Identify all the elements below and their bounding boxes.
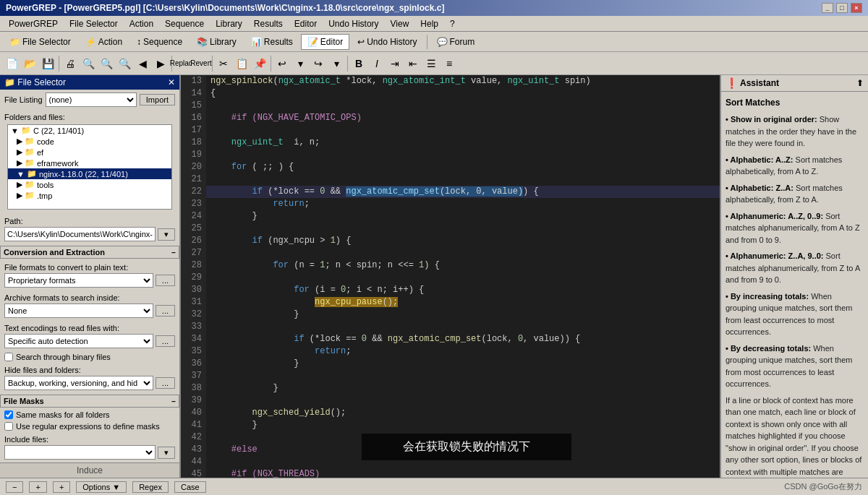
expand-icon: ▼ (17, 170, 25, 178)
zoom-in-button[interactable]: 🔍 (116, 55, 133, 72)
file-tree[interactable]: ▼ 📁 C (22, 11/401) ▶ 📁 code ▶ 📁 ef ▶ 📁 (7, 124, 172, 210)
use-regex-row: Use regular expressions to define masks (0, 421, 179, 432)
tree-item-nginx[interactable]: ▼ 📁 nginx-1.18.0 (22, 11/401) (8, 168, 171, 179)
zoom-out-button[interactable]: 🔍 (98, 55, 115, 72)
tree-item-eframework[interactable]: ▶ 📁 eframework (8, 158, 171, 168)
list-button[interactable]: ☰ (422, 55, 440, 72)
navigate-back-button[interactable]: ◀ (134, 55, 151, 72)
navigate-forward-button[interactable]: ▶ (152, 55, 169, 72)
zoom-plus-button2[interactable]: + (53, 481, 70, 493)
text-encodings-select[interactable]: Specific auto detection (4, 334, 153, 348)
tab-forum-label: Forum (450, 37, 475, 47)
tab-action[interactable]: ⚡ Action (79, 34, 129, 50)
tree-item-tmp[interactable]: ▶ 📁 .tmp (8, 190, 171, 201)
copy-button[interactable]: 📋 (233, 55, 250, 72)
cut-button[interactable]: ✂ (215, 55, 232, 72)
main-area: 📁 File Selector ✕ File Listing (none) Im… (0, 75, 868, 478)
tab-file-selector[interactable]: 📁 File Selector (3, 34, 77, 50)
path-input[interactable] (4, 227, 156, 241)
minimize-button[interactable]: _ (822, 3, 833, 13)
include-files-select[interactable] (4, 445, 156, 460)
file-formats-section: File formats to convert to plain text: P… (0, 260, 179, 290)
tab-library[interactable]: 📚 Library (190, 34, 243, 50)
tab-undo-history[interactable]: ↩ Undo History (351, 34, 423, 50)
sort-item-alphanum-za: • Alphanumeric: Z..A, 9..0: Sort matches… (726, 250, 864, 286)
print-preview-button[interactable]: 🔍 (80, 55, 97, 72)
same-masks-checkbox[interactable] (4, 410, 13, 419)
redo-dropdown-button[interactable]: ▾ (328, 55, 345, 72)
import-button[interactable]: Import (140, 94, 175, 106)
new-button[interactable]: 📄 (3, 55, 20, 72)
tab-forum[interactable]: 💬 Forum (430, 34, 482, 50)
path-dropdown-button[interactable]: ▾ (158, 228, 175, 241)
toolbar1: 📁 File Selector ⚡ Action ↕ Sequence 📚 Li… (0, 32, 868, 52)
tab-results[interactable]: 📊 Results (244, 34, 299, 50)
redo-button[interactable]: ↪ (310, 55, 327, 72)
tree-item-code[interactable]: ▶ 📁 code (8, 136, 171, 147)
menu-file-selector[interactable]: File Selector (64, 17, 124, 30)
bold-button[interactable]: B (350, 55, 367, 72)
window-controls[interactable]: _ □ × (822, 3, 862, 13)
search-binary-checkbox[interactable] (4, 353, 13, 361)
close-button[interactable]: × (851, 3, 862, 13)
undo-button[interactable]: ↩ (273, 55, 291, 72)
save-button[interactable]: 💾 (39, 55, 56, 72)
tree-item-ef[interactable]: ▶ 📁 ef (8, 147, 171, 158)
tree-item-c[interactable]: ▼ 📁 C (22, 11/401) (8, 125, 171, 136)
tab-sequence[interactable]: ↕ Sequence (130, 34, 189, 50)
menu-sequence[interactable]: Sequence (159, 17, 210, 30)
indent-button[interactable]: ⇥ (386, 55, 404, 72)
zoom-plus-button1[interactable]: + (29, 481, 46, 493)
menu-undo-history[interactable]: Undo History (323, 17, 384, 30)
outdent-button[interactable]: ⇤ (404, 55, 422, 72)
code-line-19: 19 (181, 149, 720, 161)
text-encodings-more-button[interactable]: ... (156, 335, 175, 347)
case-button[interactable]: Case (174, 481, 206, 493)
assistant-expand-icon[interactable]: ⬆ (856, 78, 864, 88)
hide-files-select[interactable]: Backup, working, versioning, and hid (4, 376, 153, 390)
menu-library[interactable]: Library (210, 17, 248, 30)
forum-icon: 💬 (437, 37, 448, 47)
menu-results[interactable]: Results (248, 17, 289, 30)
menu-action[interactable]: Action (124, 17, 159, 30)
file-masks-collapse-button[interactable]: − (171, 397, 176, 405)
menu-powegrep[interactable]: PowerGREP (3, 17, 64, 30)
code-line-35: 35 return; (181, 345, 720, 358)
same-masks-row: Same masks for all folders (0, 409, 179, 421)
menu-editor[interactable]: Editor (289, 17, 323, 30)
revert-button[interactable]: Revert (192, 55, 210, 72)
code-line-32: 32 } (181, 309, 720, 321)
hide-files-more-button[interactable]: ... (156, 377, 175, 389)
code-line-22: 22 if (*lock == 0 && ngx_atomic_cmp_set(… (181, 186, 720, 198)
regex-button[interactable]: Regex (132, 481, 169, 493)
zoom-minus-button[interactable]: − (6, 481, 23, 493)
menu-view[interactable]: View (385, 17, 415, 30)
include-files-section: Include files: ▾ (0, 432, 179, 462)
archive-formats-select[interactable]: None (4, 304, 153, 318)
code-area[interactable]: 13 ngx_spinlock(ngx_atomic_t *lock, ngx_… (181, 75, 720, 478)
numbered-list-button[interactable]: ≡ (441, 55, 458, 72)
tree-item-tools[interactable]: ▶ 📁 tools (8, 179, 171, 190)
conversion-collapse-button[interactable]: − (171, 249, 176, 257)
folders-label: Folders and files: (4, 113, 175, 121)
open-button[interactable]: 📂 (21, 55, 38, 72)
italic-button[interactable]: I (368, 55, 386, 72)
undo-dropdown-button[interactable]: ▾ (292, 55, 309, 72)
sequence-icon: ↕ (137, 37, 141, 47)
print-button[interactable]: 🖨 (61, 55, 79, 72)
include-files-dropdown[interactable]: ▾ (158, 447, 175, 459)
tab-editor[interactable]: 📝 Editor (301, 34, 349, 50)
maximize-button[interactable]: □ (836, 3, 848, 13)
file-formats-select[interactable]: Proprietary formats (4, 273, 153, 288)
use-regex-checkbox[interactable] (4, 422, 13, 431)
search-binary-label: Search through binary files (16, 353, 111, 361)
options-button[interactable]: Options ▼ (76, 481, 127, 493)
file-formats-more-button[interactable]: ... (156, 275, 175, 286)
paste-button[interactable]: 📌 (251, 55, 268, 72)
archive-formats-more-button[interactable]: ... (156, 305, 175, 317)
file-listing-select[interactable]: (none) (46, 92, 137, 107)
replace-button[interactable]: Replace (174, 55, 192, 72)
menu-question[interactable]: ? (444, 17, 461, 30)
menu-help[interactable]: Help (414, 17, 444, 30)
left-panel-close-button[interactable]: ✕ (168, 77, 175, 87)
